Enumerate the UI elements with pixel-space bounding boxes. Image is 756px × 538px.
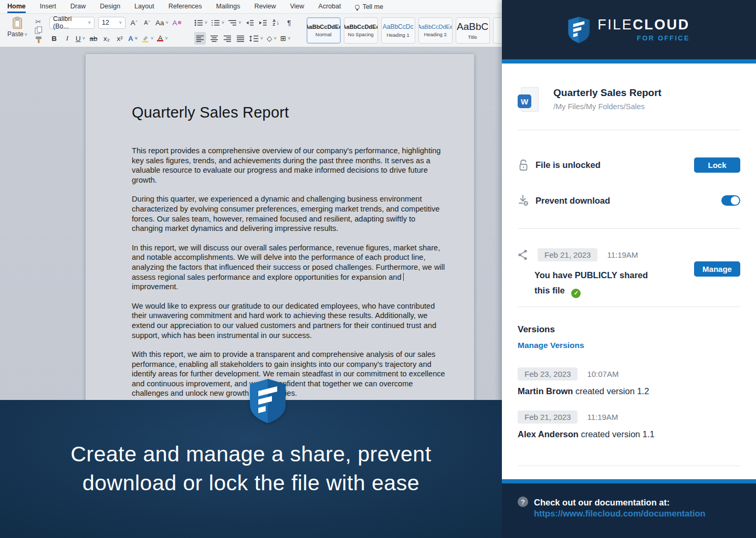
share-section-body: You have PUBLICLY shared this file ✓ Man… bbox=[518, 268, 740, 298]
version-entry: Feb 23, 2023 10:07AM Martin Brown create… bbox=[518, 367, 740, 396]
decrease-indent-icon bbox=[245, 19, 254, 26]
menu-references[interactable]: References bbox=[169, 3, 202, 13]
copy-button[interactable] bbox=[34, 26, 43, 35]
italic-button[interactable]: I bbox=[62, 32, 72, 45]
arrow-down-icon: ↓ bbox=[276, 19, 279, 26]
font-color-button[interactable]: A˅ bbox=[157, 32, 167, 45]
file-path: /My Files/My Folders/Sales bbox=[553, 102, 662, 111]
filecloud-wordmark: FILECLOUD bbox=[597, 17, 690, 33]
screenshot-root: Home Insert Draw Design Layout Reference… bbox=[0, 0, 756, 538]
borders-button[interactable]: ⊞˅ bbox=[280, 32, 291, 45]
section-divider bbox=[518, 466, 740, 466]
lock-button[interactable]: Lock bbox=[694, 157, 740, 173]
decrease-indent-button[interactable] bbox=[245, 16, 255, 29]
for-office-tagline: FOR OFFICE bbox=[637, 34, 690, 42]
shading-button[interactable]: ◇˅ bbox=[267, 32, 277, 45]
highlighter-icon bbox=[141, 35, 149, 43]
filecloud-shield-logo bbox=[250, 379, 286, 423]
bold-button[interactable]: B bbox=[49, 32, 59, 45]
tell-me-button[interactable]: Tell me bbox=[355, 3, 383, 13]
format-painter-button[interactable] bbox=[34, 35, 43, 44]
strikethrough-button[interactable]: ab bbox=[89, 32, 98, 45]
menu-acrobat[interactable]: Acrobat bbox=[318, 3, 341, 13]
filecloud-panel: FILECLOUD FOR OFFICE W Quarterly Sales R… bbox=[502, 0, 756, 538]
style-heading-2[interactable]: AaBbCcDdEe Heading 2 bbox=[418, 17, 453, 44]
numbering-button[interactable]: ˅ bbox=[211, 16, 224, 29]
style-normal[interactable]: AaBbCcDdEe Normal bbox=[307, 17, 341, 44]
style-title[interactable]: AaBbC Title bbox=[456, 17, 490, 44]
file-info: W Quarterly Sales Report /My Files/My Fo… bbox=[518, 87, 740, 112]
menu-insert[interactable]: Insert bbox=[40, 3, 56, 13]
font-size-select[interactable]: 12˅ bbox=[98, 17, 125, 29]
highlight-button[interactable]: ˅ bbox=[141, 32, 153, 45]
chevron-down-icon: ˅ bbox=[151, 36, 153, 41]
align-left-icon bbox=[196, 35, 204, 42]
menu-layout[interactable]: Layout bbox=[134, 3, 154, 13]
toggle-knob bbox=[731, 196, 739, 205]
menu-home[interactable]: Home bbox=[7, 3, 26, 13]
menu-draw[interactable]: Draw bbox=[70, 3, 86, 13]
justify-button[interactable] bbox=[236, 32, 245, 45]
show-paragraph-marks-button[interactable]: ¶ bbox=[285, 16, 294, 29]
document-paragraph: During this quarter, we experienced a dy… bbox=[132, 194, 446, 233]
filecloud-shield-icon bbox=[568, 17, 590, 43]
manage-versions-link[interactable]: Manage Versions bbox=[518, 341, 584, 350]
align-right-button[interactable] bbox=[223, 32, 232, 45]
justify-icon bbox=[236, 35, 245, 42]
align-left-button[interactable] bbox=[194, 32, 206, 45]
version-time: 10:07AM bbox=[587, 370, 618, 378]
increase-indent-button[interactable] bbox=[258, 16, 268, 29]
text-effects-button[interactable]: A˅ bbox=[128, 32, 138, 45]
menu-view[interactable]: View bbox=[290, 3, 304, 13]
format-painter-icon bbox=[35, 36, 43, 44]
sort-button[interactable]: AZ ↓ bbox=[271, 16, 281, 29]
increase-indent-icon bbox=[258, 19, 267, 26]
line-spacing-button[interactable]: ˅ bbox=[249, 32, 263, 45]
section-divider bbox=[518, 228, 740, 229]
align-center-icon bbox=[210, 35, 218, 42]
style-subtitle[interactable]: AaB S bbox=[493, 17, 502, 44]
word-ribbon: Paste˅ ✂ bbox=[0, 14, 502, 47]
multilevel-list-button[interactable]: ˅ bbox=[228, 16, 241, 29]
section-divider bbox=[518, 307, 740, 307]
documentation-link[interactable]: https://www.filecloud.com/documentation bbox=[534, 509, 706, 518]
document-paragraph: We would like to express our gratitude t… bbox=[132, 301, 446, 340]
lock-status-label: File is unlocked bbox=[536, 160, 694, 170]
shading-icon: ◇ bbox=[267, 34, 272, 43]
chevron-down-icon: ˅ bbox=[82, 36, 85, 41]
change-case-button[interactable]: Aa˅ bbox=[155, 16, 169, 29]
menu-design[interactable]: Design bbox=[100, 3, 120, 13]
numbered-list-icon bbox=[211, 19, 220, 26]
prevent-download-label: Prevent download bbox=[536, 196, 721, 206]
scissors-icon: ✂ bbox=[35, 17, 41, 26]
filecloud-brand: FILECLOUD FOR OFFICE bbox=[568, 17, 690, 43]
versions-heading: Versions bbox=[518, 324, 740, 335]
align-center-button[interactable] bbox=[209, 32, 219, 45]
version-entry: Feb 21, 2023 11:19AM Alex Anderson creat… bbox=[518, 410, 740, 439]
accent-bar bbox=[502, 479, 756, 483]
menu-review[interactable]: Review bbox=[254, 3, 276, 13]
manage-share-button[interactable]: Manage bbox=[694, 261, 740, 277]
prevent-download-section: Prevent download bbox=[518, 194, 740, 207]
text-cursor bbox=[403, 273, 404, 281]
grow-font-button[interactable]: Aˆ bbox=[129, 16, 139, 29]
paste-button[interactable]: Paste˅ bbox=[5, 16, 29, 44]
superscript-button[interactable]: x² bbox=[115, 32, 124, 45]
line-spacing-icon bbox=[249, 35, 259, 42]
menu-mailings[interactable]: Mailings bbox=[216, 3, 240, 13]
share-section-header: Feb 21, 2023 11:19AM bbox=[518, 248, 740, 261]
subscript-button[interactable]: x₂ bbox=[102, 32, 111, 45]
cut-button[interactable]: ✂ bbox=[34, 17, 43, 26]
prevent-download-toggle[interactable] bbox=[721, 195, 740, 206]
font-name-select[interactable]: Calibri (Bo...˅ bbox=[49, 17, 94, 29]
lightbulb-icon bbox=[355, 5, 360, 9]
style-heading-1[interactable]: AaBbCcDc Heading 1 bbox=[381, 17, 415, 44]
clear-formatting-button[interactable]: A bbox=[172, 16, 182, 29]
style-no-spacing[interactable]: AaBbCcDdEe No Spacing bbox=[344, 17, 378, 44]
underline-button[interactable]: U˅ bbox=[76, 32, 85, 45]
borders-icon: ⊞ bbox=[280, 34, 286, 43]
bullets-button[interactable]: ˅ bbox=[194, 16, 207, 29]
shrink-font-button[interactable]: Aˇ bbox=[142, 16, 152, 29]
chevron-down-icon: ˅ bbox=[119, 20, 122, 25]
file-name: Quarterly Sales Report bbox=[553, 87, 662, 99]
